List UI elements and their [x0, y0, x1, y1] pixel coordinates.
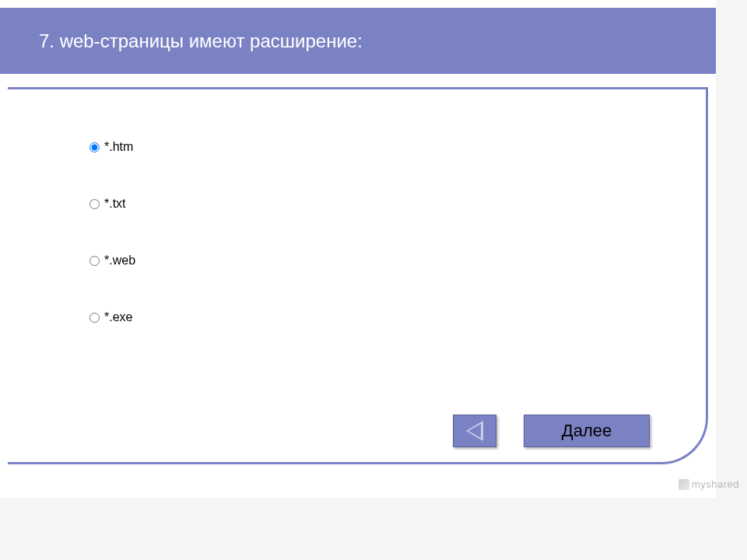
option-label: *.exe: [104, 310, 132, 324]
radio-option-1[interactable]: [89, 142, 100, 152]
option-row: *.exe: [89, 310, 135, 324]
option-label: *.txt: [104, 197, 126, 211]
option-row: *.web: [89, 254, 135, 268]
options-list: *.htm *.txt *.web *.exe: [89, 140, 135, 367]
watermark: myshared: [679, 478, 739, 490]
radio-option-2[interactable]: [89, 199, 100, 209]
navigation-area: Далее: [453, 415, 650, 447]
question-title: 7. web-страницы имеют расширение:: [39, 30, 363, 52]
option-label: *.web: [104, 254, 135, 268]
back-arrow-icon: [466, 421, 483, 441]
slide-container: 7. web-страницы имеют расширение: *.htm …: [0, 0, 716, 498]
next-button[interactable]: Далее: [524, 415, 650, 447]
watermark-icon: [679, 479, 689, 490]
option-row: *.txt: [89, 197, 135, 211]
radio-option-4[interactable]: [89, 313, 100, 323]
radio-option-3[interactable]: [89, 256, 100, 266]
question-header: 7. web-страницы имеют расширение:: [0, 8, 716, 74]
back-button[interactable]: [453, 415, 496, 447]
option-row: *.htm: [89, 140, 135, 154]
watermark-text: myshared: [692, 478, 739, 490]
option-label: *.htm: [104, 140, 133, 154]
